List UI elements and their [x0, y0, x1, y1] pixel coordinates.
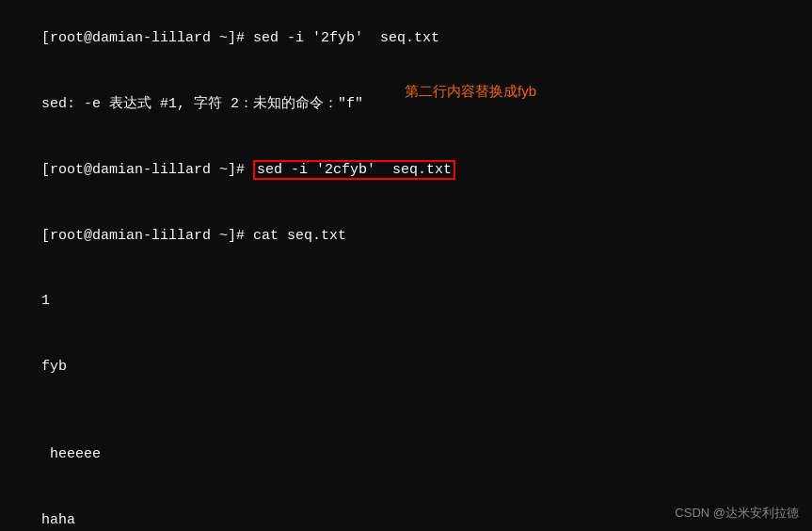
error-text: sed: -e 表达式 #1, 字符 2：未知的命令："f"	[41, 96, 363, 112]
output-haha: haha	[41, 512, 75, 528]
highlighted-sed-command: sed -i '2cfyb' seq.txt	[253, 160, 455, 180]
output-line-blank	[8, 400, 804, 422]
terminal-line-1: [root@damian-lillard ~]# sed -i '2fyb' s…	[8, 6, 804, 72]
output-line-2: fyb	[8, 334, 804, 400]
terminal: [root@damian-lillard ~]# sed -i '2fyb' s…	[0, 0, 812, 531]
prompt-1: [root@damian-lillard ~]# sed -i '2fyb' s…	[41, 30, 439, 46]
output-line-1: 1	[8, 268, 804, 334]
output-line-heeeee: heeeee	[8, 422, 804, 488]
terminal-line-4: [root@damian-lillard ~]# cat seq.txt	[8, 202, 804, 268]
terminal-line-3: [root@damian-lillard ~]# sed -i '2cfyb' …	[8, 137, 804, 203]
prompt-3: [root@damian-lillard ~]#	[41, 162, 253, 178]
output-1: 1	[41, 293, 50, 309]
prompt-4: [root@damian-lillard ~]# cat seq.txt	[41, 228, 346, 244]
output-2: fyb	[41, 359, 67, 375]
annotation-text: 第二行内容替换成fyb	[405, 83, 536, 101]
terminal-line-2: sed: -e 表达式 #1, 字符 2：未知的命令："f"	[8, 72, 804, 137]
watermark: CSDN @达米安利拉德	[675, 505, 799, 522]
output-heeeee: heeeee	[41, 446, 101, 462]
